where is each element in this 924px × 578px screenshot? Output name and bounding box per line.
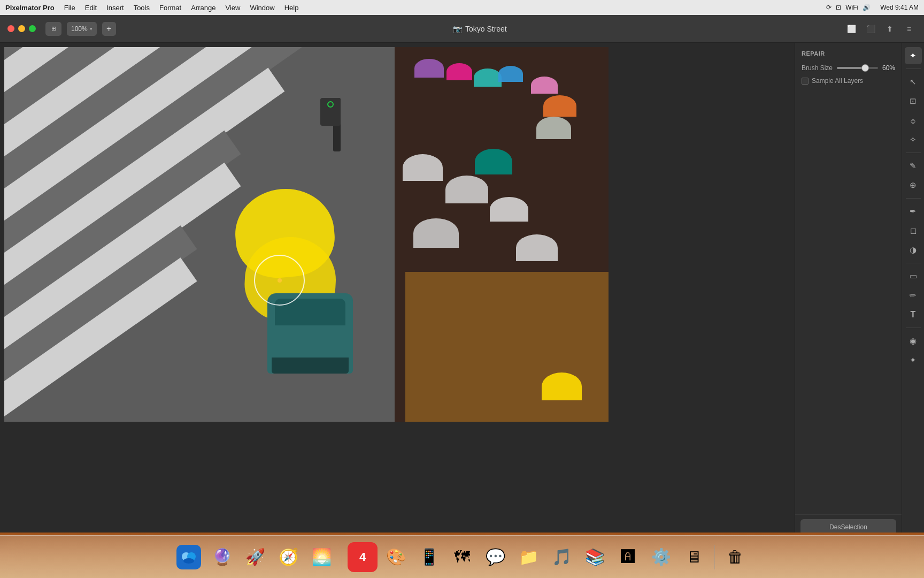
crop-tool[interactable]: ⊡ — [905, 93, 922, 110]
traffic-signal-post — [333, 98, 341, 151]
menu-edit[interactable]: Edit — [85, 4, 97, 12]
slider-fill — [837, 67, 861, 69]
menu-help[interactable]: Help — [284, 4, 299, 12]
dock-ilovepdf[interactable]: 4 — [348, 542, 378, 572]
dock-music[interactable]: 🎵 — [546, 542, 576, 572]
toolbar-separator-3 — [906, 198, 921, 199]
signal-green — [327, 101, 334, 108]
close-button[interactable] — [7, 25, 14, 32]
minimize-button[interactable] — [18, 25, 25, 32]
wifi-icon: WiFi — [845, 4, 858, 11]
dock-photos[interactable]: 🌅 — [306, 542, 336, 572]
document-icon: 📷 — [453, 25, 462, 33]
menu-format[interactable]: Format — [159, 4, 181, 12]
pen-tool[interactable]: ✏ — [905, 287, 922, 304]
brush-size-row: Brush Size 60% — [802, 64, 895, 72]
vintage-car — [267, 293, 353, 374]
umbrella-teal — [474, 69, 502, 87]
dock-safari[interactable]: 🧭 — [273, 542, 303, 572]
magic-wand-tool[interactable]: ✧ — [905, 131, 922, 148]
umbrella-orange — [543, 95, 576, 117]
umbrella-white6 — [536, 117, 571, 139]
eyedropper-tool[interactable]: ✦ — [905, 47, 922, 64]
color-fill-tool[interactable]: ◉ — [905, 332, 922, 349]
canvas-area[interactable] — [0, 43, 795, 578]
extra-tool[interactable]: ✦ — [905, 352, 922, 369]
right-toolbar: ✦ ↖ ⊡ ⌾ ✧ ✎ ⊕ ✒ ◻ ◑ ▭ ✏ T ◉ ✦ — [902, 43, 924, 578]
car-roof — [275, 299, 345, 325]
zoom-control[interactable]: 100% ▾ — [67, 22, 97, 36]
dock-finder[interactable] — [174, 542, 204, 572]
main-window: ⊞ 100% ▾ + 📷 Tokyo Street ⬜ ⬛ ⬆ ≡ — [0, 15, 924, 578]
cursor-tool[interactable]: ↖ — [905, 73, 922, 90]
shape-tool[interactable]: ▭ — [905, 268, 922, 285]
repair-brush-tool[interactable]: ✎ — [905, 157, 922, 174]
toolbar-separator-4 — [906, 263, 921, 263]
umbrella-blue — [498, 66, 523, 82]
canvas-image[interactable] — [4, 47, 609, 422]
dock-books[interactable]: 📚 — [580, 542, 610, 572]
menu-file[interactable]: File — [64, 4, 75, 12]
dock-separator-2 — [714, 545, 715, 569]
menubar-system-icons: ⟳ ⊡ WiFi 🔊 — [826, 4, 871, 11]
menu-arrange[interactable]: Arrange — [191, 4, 215, 12]
umbrella-teal2 — [475, 149, 512, 174]
dock-iterm[interactable]: 🖥 — [679, 542, 709, 572]
sample-all-layers-row[interactable]: Sample All Layers — [802, 77, 895, 85]
toolbar-separator-5 — [906, 328, 921, 328]
slider-thumb[interactable] — [861, 64, 869, 72]
document-title: Tokyo Street — [465, 25, 507, 33]
dock-trash[interactable]: 🗑 — [720, 542, 750, 572]
crop-action-button[interactable]: ⬜ — [844, 21, 859, 36]
umbrella-white5 — [516, 234, 558, 261]
dock: 🔮 🚀 🧭 🌅 4 🎨 📱 🗺 💬 📁 🎵 📚 🅰 ⚙️ 🖥 🗑 — [0, 535, 924, 578]
menu-tools[interactable]: Tools — [134, 4, 150, 12]
clone-stamp-tool[interactable]: ⊕ — [905, 177, 922, 194]
volume-icon: 🔊 — [863, 4, 871, 11]
lasso-tool[interactable]: ⌾ — [905, 112, 922, 129]
menu-insert[interactable]: Insert — [106, 4, 124, 12]
dock-messages[interactable]: 💬 — [480, 542, 510, 572]
toolbar-separator-2 — [906, 153, 921, 153]
eraser-tool[interactable]: ◻ — [905, 222, 922, 239]
dock-facetime[interactable]: 📱 — [414, 542, 444, 572]
menu-action-button[interactable]: ≡ — [902, 21, 917, 36]
umbrella-yellow-bottom — [542, 372, 582, 400]
gradient-tool[interactable]: ◑ — [905, 241, 922, 258]
dock-separator-1 — [342, 545, 342, 569]
adjust-action-button[interactable]: ⬛ — [863, 21, 878, 36]
toolbar-separator-1 — [906, 69, 921, 69]
umbrella-pink — [446, 63, 472, 80]
photo-canvas — [4, 47, 609, 422]
share-action-button[interactable]: ⬆ — [882, 21, 897, 36]
dock-appstore[interactable]: 🅰 — [613, 542, 643, 572]
dock-systemprefs[interactable]: ⚙️ — [646, 542, 676, 572]
properties-panel: REPAIR Brush Size 60% Sample All Layers — [795, 43, 902, 514]
properties-sidebar: REPAIR Brush Size 60% Sample All Layers … — [795, 43, 902, 578]
dock-maps[interactable]: 🗺 — [447, 542, 477, 572]
dock-launchpad[interactable]: 🚀 — [240, 542, 270, 572]
car-bumper — [272, 358, 349, 374]
window-title-area: 📷 Tokyo Street — [121, 25, 838, 33]
umbrella-white2 — [445, 176, 488, 203]
cast-icon: ⊡ — [836, 4, 841, 11]
view-toggle-icon[interactable]: ⊞ — [49, 24, 58, 34]
sample-all-layers-checkbox[interactable] — [802, 78, 808, 85]
brush-size-slider[interactable] — [837, 67, 878, 69]
brush-size-label: Brush Size — [802, 64, 833, 72]
umbrella-white1 — [403, 154, 443, 181]
dock-siri[interactable]: 🔮 — [207, 542, 237, 572]
menu-window[interactable]: Window — [250, 4, 274, 12]
dock-pixelmator[interactable]: 🎨 — [381, 542, 411, 572]
dock-files[interactable]: 📁 — [513, 542, 543, 572]
umbrella-pink2 — [531, 77, 558, 94]
add-layer-button[interactable]: + — [102, 22, 116, 36]
fullscreen-button[interactable] — [29, 25, 36, 32]
paint-brush-tool[interactable]: ✒ — [905, 203, 922, 220]
app-name: Pixelmator Pro — [5, 4, 55, 12]
titlebar: ⊞ 100% ▾ + 📷 Tokyo Street ⬜ ⬛ ⬆ ≡ — [0, 15, 924, 43]
text-tool[interactable]: T — [905, 306, 922, 323]
view-controls[interactable]: ⊞ — [45, 22, 61, 36]
menu-view[interactable]: View — [225, 4, 240, 12]
umbrella-white3 — [490, 197, 528, 222]
